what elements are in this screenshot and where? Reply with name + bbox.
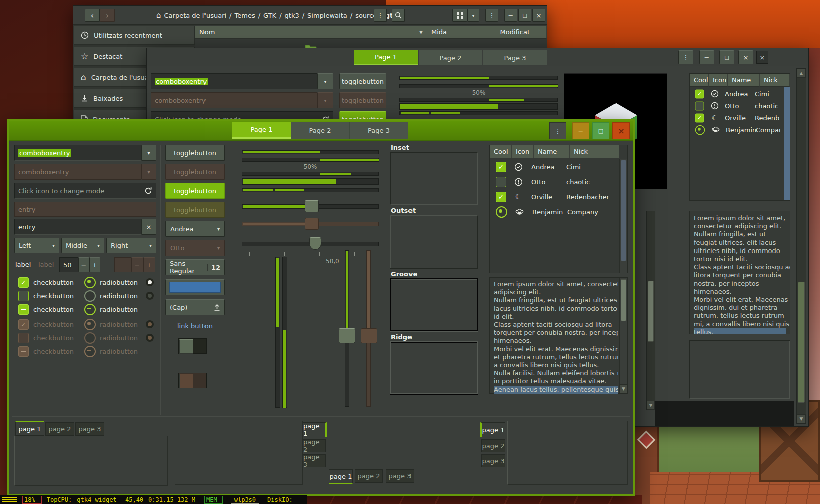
table-row[interactable]: ✓ Andrea Cimi (490, 159, 619, 174)
radio-selected[interactable] (84, 277, 96, 288)
minimize-button[interactable]: − (699, 50, 714, 64)
color-button[interactable] (165, 279, 225, 295)
spinbutton-value[interactable]: 50 (59, 257, 78, 272)
refresh-icon[interactable] (144, 187, 152, 195)
row-radio-selected[interactable] (496, 206, 507, 218)
breadcrumb[interactable]: ⌂ Carpeta de l'usuari / Temes / GTK / gt… (156, 9, 402, 22)
notebook-tab-page1[interactable]: page 1 (303, 422, 327, 437)
indicator-dot-on[interactable] (146, 278, 154, 286)
view-options-button[interactable]: ▾ (467, 9, 479, 22)
spin-decrement-button[interactable]: − (78, 257, 89, 272)
radio-indeterminate[interactable] (84, 304, 96, 315)
notebook-tab-page1[interactable]: page 1 (480, 422, 505, 437)
table-row[interactable]: Otto chaotic (490, 174, 619, 189)
link-label[interactable]: link button (177, 322, 213, 330)
table-row[interactable]: Otto chaotic (690, 100, 784, 112)
tab-page2[interactable]: Page 2 (291, 122, 349, 139)
tab-page1[interactable]: Page 1 (354, 50, 418, 65)
breadcrumb-segment[interactable]: Carpeta de l'usuari (164, 12, 227, 19)
comboboxentry-input[interactable]: comboboxentry (14, 145, 141, 161)
back-button[interactable]: ‹ (85, 9, 100, 22)
scroll-down-button[interactable]: ▼ (620, 384, 627, 393)
tab-page2[interactable]: Page 2 (418, 50, 482, 65)
tree-header-icon[interactable]: Icon (709, 74, 728, 87)
combobox-name[interactable]: Andrea▾ (165, 221, 225, 237)
entry-clearable[interactable]: entry (14, 219, 141, 235)
textview-back[interactable]: Lorem ipsum dolor sit amet, consectetur … (689, 211, 790, 334)
scrollbar-vertical[interactable]: ▼ (646, 211, 655, 410)
notebook-tab-page3[interactable]: page 3 (303, 454, 326, 467)
table-row[interactable]: Benjamin Company (490, 204, 619, 219)
tab-page3[interactable]: Page 3 (483, 50, 547, 65)
spin-increment-button[interactable]: + (89, 257, 100, 272)
tree-header-cool[interactable]: Cool (690, 74, 709, 87)
notebook-tab-page1[interactable]: page 1 (15, 421, 44, 436)
comboboxentry-input[interactable]: comboboxentry (151, 73, 317, 89)
row-checkbox-checked[interactable]: ✓ (496, 162, 506, 172)
combobox-right[interactable]: Right▾ (106, 238, 156, 253)
maximize-button[interactable]: □ (719, 50, 734, 64)
close-button[interactable]: × (532, 9, 545, 22)
switch-off[interactable] (178, 338, 207, 354)
combobox-middle[interactable]: Middle▾ (61, 238, 104, 253)
togglebutton[interactable]: togglebutton (339, 73, 386, 89)
row-checkbox-checked[interactable]: ✓ (695, 113, 704, 122)
scrollbar-thumb[interactable] (798, 282, 805, 403)
checkbox-unchecked[interactable] (18, 291, 29, 301)
tree-header-nick[interactable]: Nick (570, 145, 619, 158)
tree-header-cool[interactable]: Cool (490, 145, 512, 158)
tree-header-nick[interactable]: Nick (760, 74, 790, 87)
scrollbar-thumb[interactable] (621, 279, 626, 321)
indicator-dot-off[interactable] (146, 292, 154, 300)
notebook-tab-page2[interactable]: page 2 (45, 422, 74, 436)
column-header-name[interactable]: Nom ▼ (195, 26, 427, 39)
tree-header-icon[interactable]: Icon (512, 145, 534, 158)
comboboxentry-dropdown[interactable]: ▾ (141, 145, 156, 161)
row-checkbox-unchecked[interactable] (496, 177, 506, 187)
scroll-down-button[interactable]: ▼ (797, 414, 806, 423)
breadcrumb-segment[interactable]: GTK (263, 12, 276, 19)
column-header-modified[interactable]: Modificat (470, 26, 534, 39)
maximize-button[interactable]: □ (518, 9, 531, 22)
table-row[interactable]: Benjamin Company (690, 124, 784, 136)
scrollbar-thumb[interactable] (648, 281, 654, 342)
tab-page1[interactable]: Page 1 (232, 122, 291, 139)
menu-button[interactable]: ⋮ (678, 50, 693, 64)
checkbox-indeterminate[interactable] (18, 304, 29, 315)
table-row[interactable]: ✓ ☾ Orville Redenbacher (690, 112, 784, 124)
menu-button[interactable]: ⋮ (549, 122, 566, 139)
search-button[interactable] (392, 9, 405, 22)
tree-header-name[interactable]: Name (728, 74, 760, 87)
tab-page3[interactable]: Page 3 (349, 122, 408, 139)
scrollbar-thumb[interactable] (621, 160, 626, 261)
row-checkbox-checked[interactable]: ✓ (496, 192, 506, 202)
link-button[interactable]: link button (165, 322, 225, 330)
togglebutton-active[interactable]: togglebutton (165, 183, 225, 199)
checkbox-checked[interactable]: ✓ (18, 277, 29, 288)
radio-unselected[interactable] (84, 290, 96, 302)
notebook-tab-page3[interactable]: page 3 (386, 469, 414, 483)
column-header-size[interactable]: Mida (427, 26, 470, 39)
notebook-tab-page2[interactable]: page 2 (355, 469, 383, 483)
scale-vertical-handle[interactable] (339, 328, 355, 343)
scroll-down-button[interactable]: ▼ (647, 401, 655, 410)
combobox-left[interactable]: Left▾ (14, 238, 59, 253)
row-checkbox-checked[interactable]: ✓ (695, 89, 704, 98)
minimize-button[interactable]: − (504, 9, 517, 22)
comboboxentry-dropdown[interactable]: ▾ (317, 73, 333, 89)
notebook-tab-page2[interactable]: page 2 (481, 439, 505, 452)
window-scrollbar[interactable]: ▲ ▼ (796, 68, 806, 424)
togglebutton[interactable]: togglebutton (165, 145, 225, 161)
table-row[interactable]: ✓ Andrea Cimi (690, 88, 784, 100)
titlebar[interactable]: Page 1 Page 2 Page 3 ⋮ − □ × (9, 121, 633, 141)
minimize-button[interactable]: − (572, 122, 589, 139)
file-chooser-button[interactable]: (Cap) (165, 299, 225, 315)
view-grid-button[interactable] (452, 9, 467, 22)
forward-button[interactable]: › (100, 9, 115, 22)
breadcrumb-segment[interactable]: Temes (235, 12, 255, 19)
clear-entry-button[interactable]: × (141, 219, 156, 235)
row-radio-selected[interactable] (695, 125, 705, 135)
close-button[interactable]: × (738, 50, 753, 64)
notebook-tab-page3[interactable]: page 3 (481, 454, 505, 467)
sidebar-item-recent[interactable]: Utilitzats recentment (74, 26, 195, 45)
